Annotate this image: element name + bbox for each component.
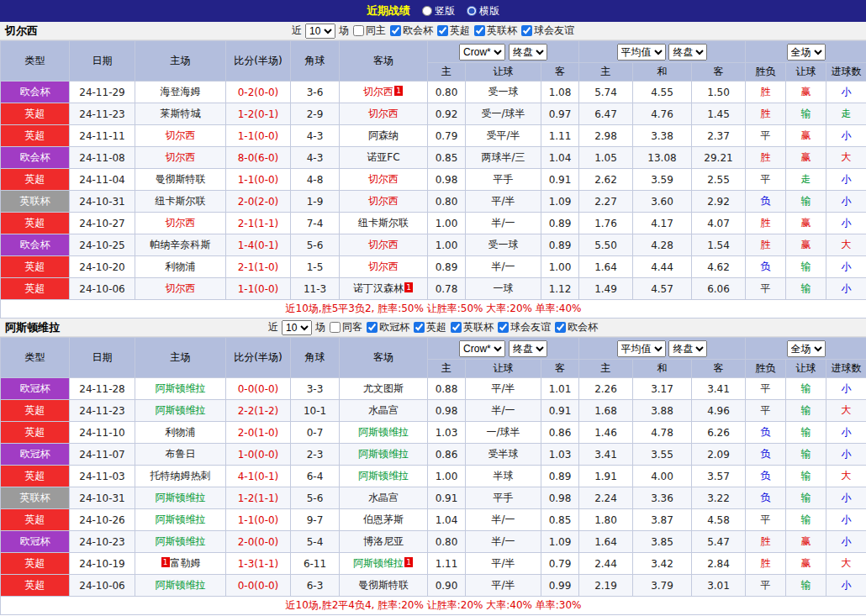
avg-draw: 3.36	[633, 487, 692, 509]
comp-checkbox[interactable]	[521, 25, 532, 36]
home-team[interactable]: 利物浦	[166, 426, 196, 438]
comp-option[interactable]: 英联杯	[450, 320, 494, 334]
comp-checkbox[interactable]	[414, 322, 425, 333]
away-team[interactable]: 尤文图斯	[363, 382, 404, 394]
match-count-select[interactable]: 10	[282, 320, 312, 335]
match-score: 1-4(0-1)	[226, 234, 291, 256]
away-team[interactable]: 切尔西	[363, 86, 393, 97]
home-team[interactable]: 利物浦	[166, 261, 196, 272]
home-team[interactable]: 切尔西	[166, 217, 196, 229]
villa-results-table: 类型 日期 主场 比分(半场) 角球 客场 Crow* 终盘 平均值 终盘 全场	[0, 337, 866, 615]
away-team[interactable]: 切尔西	[368, 261, 399, 272]
result-handicap: 赢	[786, 82, 826, 103]
same-venue-checkbox[interactable]	[330, 322, 341, 333]
bookmaker-select[interactable]: Crow*	[459, 340, 505, 357]
bookmaker-select[interactable]: Crow*	[459, 44, 505, 61]
home-team[interactable]: 阿斯顿维拉	[156, 535, 206, 547]
odds-stage-select[interactable]: 终盘	[509, 44, 547, 61]
comp-checkbox[interactable]	[451, 322, 462, 333]
horizontal-radio[interactable]	[467, 6, 477, 16]
comp-option[interactable]: 球会友谊	[520, 24, 574, 38]
odds-home: 1.00	[428, 234, 466, 256]
corner-score: 2-3	[291, 444, 340, 466]
home-team[interactable]: 阿斯顿维拉	[156, 513, 206, 525]
match-score: 2-0(0-0)	[226, 531, 291, 553]
result-handicap: 赢	[786, 125, 826, 147]
comp-option[interactable]: 欧冠杯	[366, 320, 409, 334]
same-venue-option[interactable]: 同客	[329, 320, 362, 334]
home-team[interactable]: 富勒姆	[171, 557, 201, 569]
type-badge: 英超	[1, 256, 70, 278]
home-team[interactable]: 布鲁日	[166, 448, 196, 460]
home-team[interactable]: 阿斯顿维拉	[156, 404, 206, 416]
home-team[interactable]: 海登海姆	[161, 86, 201, 97]
home-team[interactable]: 曼彻斯特联	[156, 173, 206, 185]
home-team[interactable]: 托特纳姆热刺	[150, 470, 211, 482]
average-select[interactable]: 平均值	[617, 340, 666, 357]
handicap: 受一球	[466, 82, 541, 103]
comp-checkbox[interactable]	[390, 25, 401, 36]
away-team[interactable]: 阿森纳	[368, 129, 399, 141]
away-team[interactable]: 切尔西	[368, 239, 399, 250]
comp-checkbox[interactable]	[437, 25, 448, 36]
same-venue-checkbox[interactable]	[353, 25, 364, 36]
away-team[interactable]: 水晶宫	[368, 492, 399, 503]
result-wdl: 负	[746, 422, 786, 444]
comp-checkbox[interactable]	[555, 322, 566, 333]
away-team[interactable]: 切尔西	[368, 108, 399, 119]
average-stage-select[interactable]: 终盘	[668, 44, 707, 61]
home-team[interactable]: 阿斯顿维拉	[156, 579, 206, 591]
home-team[interactable]: 莱斯特城	[161, 108, 201, 119]
same-venue-option[interactable]: 同主	[352, 24, 386, 38]
comp-option[interactable]: 英超	[413, 320, 446, 334]
home-team[interactable]: 阿斯顿维拉	[156, 382, 206, 394]
odds-home: 0.80	[428, 191, 466, 213]
away-team[interactable]: 纽卡斯尔联	[358, 217, 409, 229]
home-team[interactable]: 切尔西	[166, 151, 196, 163]
layout-option-vertical[interactable]: 竖版	[422, 4, 455, 18]
comp-option[interactable]: 英联杯	[473, 24, 517, 38]
odds-home: 0.89	[428, 256, 466, 278]
home-team[interactable]: 帕纳辛奈科斯	[150, 239, 211, 250]
away-team[interactable]: 博洛尼亚	[363, 535, 404, 547]
comp-checkbox[interactable]	[498, 322, 509, 333]
avg-draw: 3.59	[633, 169, 692, 191]
fulltime-select[interactable]: 全场	[787, 44, 826, 61]
away-team[interactable]: 诺亚FC	[367, 151, 399, 163]
away-team[interactable]: 水晶宫	[368, 404, 399, 416]
away-team[interactable]: 阿斯顿维拉	[353, 557, 404, 569]
away-team[interactable]: 阿斯顿维拉	[358, 470, 409, 482]
home-team[interactable]: 纽卡斯尔联	[156, 195, 206, 207]
away-team[interactable]: 切尔西	[368, 195, 399, 207]
away-team-cell: 切尔西	[340, 256, 428, 278]
comp-option[interactable]: 英超	[436, 24, 470, 38]
home-team[interactable]: 切尔西	[166, 129, 196, 141]
fulltime-select[interactable]: 全场	[787, 340, 826, 357]
away-team-cell: 阿斯顿维拉	[340, 444, 428, 466]
away-team[interactable]: 阿斯顿维拉	[358, 448, 409, 460]
home-team[interactable]: 阿斯顿维拉	[156, 492, 206, 503]
away-team[interactable]: 伯恩茅斯	[363, 513, 404, 525]
layout-option-horizontal[interactable]: 横版	[467, 4, 499, 18]
result-handicap: 输	[786, 466, 826, 487]
odds-stage-select[interactable]: 终盘	[509, 340, 547, 357]
away-team[interactable]: 诺丁汉森林	[353, 282, 404, 294]
vertical-radio[interactable]	[422, 6, 432, 16]
avg-home: 6.47	[579, 103, 633, 125]
comp-checkbox[interactable]	[474, 25, 485, 36]
result-handicap: 输	[786, 103, 826, 125]
comp-option[interactable]: 欧会杯	[389, 24, 433, 38]
away-team-cell: 伯恩茅斯	[340, 509, 428, 531]
comp-option[interactable]: 球会友谊	[497, 320, 551, 334]
home-team[interactable]: 切尔西	[166, 282, 196, 294]
average-stage-select[interactable]: 终盘	[668, 340, 707, 357]
result-goals: 大	[826, 553, 866, 575]
away-team[interactable]: 阿斯顿维拉	[358, 426, 409, 438]
away-team[interactable]: 切尔西	[368, 173, 399, 185]
comp-checkbox[interactable]	[367, 322, 378, 333]
average-select[interactable]: 平均值	[617, 44, 666, 61]
comp-option[interactable]: 欧会杯	[554, 320, 598, 334]
match-count-select[interactable]: 10	[305, 24, 335, 39]
away-team[interactable]: 曼彻斯特联	[358, 579, 409, 591]
match-score: 2-0(1-0)	[226, 422, 291, 444]
